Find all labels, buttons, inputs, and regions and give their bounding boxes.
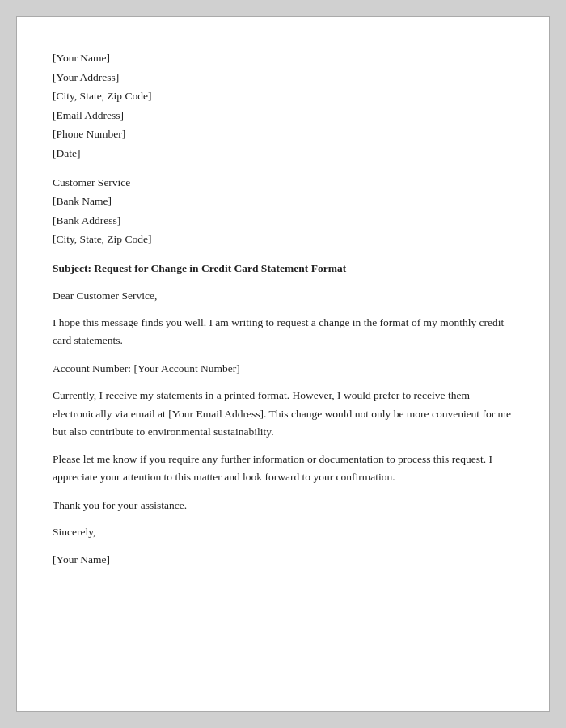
recipient-bank-address: [Bank Address] (53, 212, 513, 230)
sender-email: [Email Address] (53, 107, 513, 125)
paragraph-3: Please let me know if you require any fu… (53, 451, 513, 487)
sender-info: [Your Name] [Your Address] [City, State,… (53, 49, 513, 164)
salutation: Dear Customer Service, (53, 287, 513, 305)
sender-name: [Your Name] (53, 49, 513, 67)
closing-sign: Sincerely, (53, 523, 513, 541)
recipient-department: Customer Service (53, 174, 513, 192)
closing-thanks: Thank you for your assistance. (53, 497, 513, 514)
account-number-line: Account Number: [Your Account Number] (53, 360, 513, 378)
sender-phone: [Phone Number] (53, 125, 513, 143)
closing-name: [Your Name] (53, 551, 513, 569)
recipient-bank-name: [Bank Name] (53, 193, 513, 210)
subject-line: Subject: Request for Change in Credit Ca… (53, 260, 513, 277)
letter-date: [Date] (53, 145, 513, 163)
paragraph-2: Currently, I receive my statements in a … (53, 387, 513, 441)
sender-city-state-zip: [City, State, Zip Code] (53, 87, 513, 105)
recipient-info: Customer Service [Bank Name] [Bank Addre… (53, 174, 513, 250)
recipient-bank-city-state-zip: [City, State, Zip Code] (53, 231, 513, 248)
letter-document: [Your Name] [Your Address] [City, State,… (16, 16, 550, 712)
paragraph-1: I hope this message finds you well. I am… (53, 314, 513, 350)
sender-address: [Your Address] (53, 69, 513, 87)
